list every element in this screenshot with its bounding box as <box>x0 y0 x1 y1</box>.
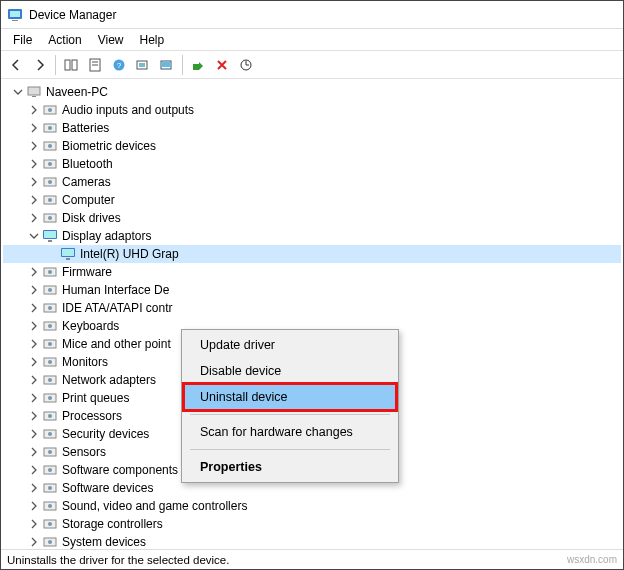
category-label: Display adaptors <box>62 229 151 243</box>
device-tree[interactable]: Naveen-PCAudio inputs and outputsBatteri… <box>1 79 623 549</box>
show-hide-console-button[interactable] <box>60 54 82 76</box>
expander-icon[interactable] <box>27 517 41 531</box>
category-label: Software components <box>62 463 178 477</box>
tree-root-node[interactable]: Naveen-PC <box>3 83 621 101</box>
scan-hardware-button[interactable] <box>235 54 257 76</box>
help-button[interactable]: ? <box>108 54 130 76</box>
expander-icon[interactable] <box>27 175 41 189</box>
expander-icon[interactable] <box>27 427 41 441</box>
device-category-icon <box>42 120 58 136</box>
expander-icon[interactable] <box>27 211 41 225</box>
expander-icon[interactable] <box>27 319 41 333</box>
expander-icon[interactable] <box>11 85 25 99</box>
back-button[interactable] <box>5 54 27 76</box>
tree-device-selected[interactable]: Intel(R) UHD Grap <box>3 245 621 263</box>
svg-point-61 <box>48 468 52 472</box>
category-label: Human Interface De <box>62 283 169 297</box>
computer-icon <box>26 84 42 100</box>
update-driver-button[interactable] <box>156 54 178 76</box>
app-icon <box>7 7 23 23</box>
device-category-icon <box>42 282 58 298</box>
device-category-icon <box>42 480 58 496</box>
enable-button[interactable] <box>187 54 209 76</box>
properties-button[interactable] <box>84 54 106 76</box>
expander-icon[interactable] <box>27 373 41 387</box>
expander-icon[interactable] <box>27 301 41 315</box>
tree-category[interactable]: Disk drives <box>3 209 621 227</box>
scan-button[interactable] <box>132 54 154 76</box>
category-label: Bluetooth <box>62 157 113 171</box>
device-category-icon <box>42 408 58 424</box>
expander-icon[interactable] <box>27 337 41 351</box>
tree-category[interactable]: IDE ATA/ATAPI contr <box>3 299 621 317</box>
device-category-icon <box>42 264 58 280</box>
svg-point-63 <box>48 486 52 490</box>
category-label: Print queues <box>62 391 129 405</box>
expander-icon[interactable] <box>27 355 41 369</box>
menu-file[interactable]: File <box>5 31 40 49</box>
svg-point-55 <box>48 414 52 418</box>
cm-scan-hardware[interactable]: Scan for hardware changes <box>184 419 396 445</box>
expander-icon[interactable] <box>27 535 41 549</box>
device-category-icon <box>42 318 58 334</box>
expander-icon[interactable] <box>27 391 41 405</box>
category-label: Security devices <box>62 427 149 441</box>
device-label: Intel(R) UHD Grap <box>80 247 179 261</box>
expander-icon[interactable] <box>27 445 41 459</box>
expander-icon[interactable] <box>27 463 41 477</box>
tree-category[interactable]: System devices <box>3 533 621 549</box>
category-label: IDE ATA/ATAPI contr <box>62 301 172 315</box>
cm-properties[interactable]: Properties <box>184 454 396 480</box>
expander-icon[interactable] <box>27 409 41 423</box>
status-bar: Uninstalls the driver for the selected d… <box>1 549 623 569</box>
tree-category[interactable]: Bluetooth <box>3 155 621 173</box>
category-label: System devices <box>62 535 146 549</box>
device-category-icon <box>42 444 58 460</box>
expander-icon[interactable] <box>27 139 41 153</box>
tree-category[interactable]: Batteries <box>3 119 621 137</box>
expander-icon[interactable] <box>27 121 41 135</box>
device-category-icon <box>42 534 58 549</box>
svg-rect-36 <box>62 249 74 256</box>
expander-icon[interactable] <box>27 481 41 495</box>
expander-icon[interactable] <box>27 265 41 279</box>
svg-point-41 <box>48 288 52 292</box>
cm-disable-device[interactable]: Disable device <box>184 358 396 384</box>
cm-separator <box>190 449 390 450</box>
expander-icon[interactable] <box>27 499 41 513</box>
menu-help[interactable]: Help <box>132 31 173 49</box>
expander-icon[interactable] <box>27 229 41 243</box>
expander-icon[interactable] <box>27 283 41 297</box>
svg-rect-34 <box>48 240 52 242</box>
cm-uninstall-device[interactable]: Uninstall device <box>184 384 396 410</box>
device-category-icon <box>42 228 58 244</box>
device-category-icon <box>42 192 58 208</box>
device-category-icon <box>42 174 58 190</box>
uninstall-button[interactable] <box>211 54 233 76</box>
tree-category[interactable]: Display adaptors <box>3 227 621 245</box>
tree-category[interactable]: Cameras <box>3 173 621 191</box>
svg-point-65 <box>48 504 52 508</box>
expander-icon[interactable] <box>27 103 41 117</box>
category-label: Firmware <box>62 265 112 279</box>
forward-button[interactable] <box>29 54 51 76</box>
tree-category[interactable]: Biometric devices <box>3 137 621 155</box>
category-label: Cameras <box>62 175 111 189</box>
expander-icon[interactable] <box>27 157 41 171</box>
menu-view[interactable]: View <box>90 31 132 49</box>
category-label: Computer <box>62 193 115 207</box>
cm-update-driver[interactable]: Update driver <box>184 332 396 358</box>
tree-category[interactable]: Sound, video and game controllers <box>3 497 621 515</box>
tree-category[interactable]: Computer <box>3 191 621 209</box>
tree-category[interactable]: Audio inputs and outputs <box>3 101 621 119</box>
tree-category[interactable]: Firmware <box>3 263 621 281</box>
svg-point-25 <box>48 162 52 166</box>
menu-action[interactable]: Action <box>40 31 89 49</box>
expander-icon[interactable] <box>27 193 41 207</box>
device-category-icon <box>42 156 58 172</box>
svg-rect-11 <box>139 63 145 67</box>
tree-category[interactable]: Human Interface De <box>3 281 621 299</box>
tree-category[interactable]: Storage controllers <box>3 515 621 533</box>
svg-point-69 <box>48 540 52 544</box>
device-category-icon <box>42 354 58 370</box>
